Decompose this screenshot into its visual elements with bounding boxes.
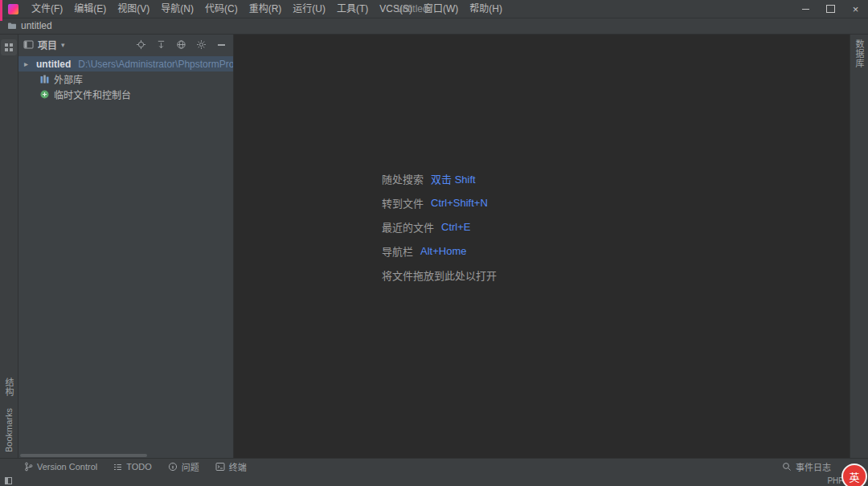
hint-label: 随处搜索 bbox=[382, 171, 424, 186]
menu-tools[interactable]: 工具(T) bbox=[331, 0, 374, 18]
phpstorm-window: 文件(F) 编辑(E) 视图(V) 导航(N) 代码(C) 重构(R) 运行(U… bbox=[0, 0, 868, 486]
maximize-icon bbox=[826, 5, 835, 13]
tool-window-toggle-icon[interactable] bbox=[5, 477, 12, 484]
hint-label: 导航栏 bbox=[382, 243, 413, 259]
chevron-down-icon: ▾ bbox=[61, 41, 65, 49]
maximize-button[interactable] bbox=[818, 0, 843, 18]
project-root-name: untitled bbox=[36, 59, 71, 70]
project-tree: ▸ untitled D:\Users\Administrator\Phpsto… bbox=[18, 56, 233, 102]
gear-icon bbox=[196, 39, 207, 50]
hint-keys: Ctrl+E bbox=[441, 221, 470, 233]
version-control-button[interactable]: Version Control bbox=[24, 462, 97, 472]
window-controls: × bbox=[793, 0, 868, 18]
hint-keys: Ctrl+Shift+N bbox=[431, 197, 488, 209]
phpstorm-logo-icon bbox=[8, 4, 18, 14]
terminal-button[interactable]: 终端 bbox=[215, 460, 247, 473]
project-folder-icon bbox=[7, 21, 17, 31]
menu-refactor[interactable]: 重构(R) bbox=[244, 0, 288, 18]
version-control-label: Version Control bbox=[37, 462, 97, 472]
menu-edit[interactable]: 编辑(E) bbox=[68, 0, 112, 18]
project-tool-window-button[interactable] bbox=[1, 39, 17, 55]
minus-icon bbox=[218, 44, 225, 46]
tool-window-icon bbox=[23, 39, 34, 50]
hint-goto-file: 转到文件 Ctrl+Shift+N bbox=[382, 190, 497, 214]
status-bar: PHP bbox=[0, 475, 868, 486]
todo-list-icon bbox=[113, 463, 122, 472]
minimize-icon bbox=[802, 9, 809, 10]
breadcrumb-root-label: untitled bbox=[21, 20, 52, 31]
collapse-all-button[interactable] bbox=[155, 39, 166, 51]
external-libraries-label: 外部库 bbox=[54, 72, 83, 86]
tool-window-bar-left: Version Control TODO 问题 终 bbox=[0, 460, 247, 473]
tree-row-project-root[interactable]: ▸ untitled D:\Users\Administrator\Phpsto… bbox=[18, 56, 233, 71]
event-log-label: 事件日志 bbox=[796, 460, 831, 473]
hint-label: 转到文件 bbox=[382, 195, 424, 210]
event-log-button[interactable]: 事件日志 bbox=[782, 460, 831, 473]
todo-label: TODO bbox=[126, 462, 152, 472]
menu-navigate[interactable]: 导航(N) bbox=[155, 0, 199, 18]
hint-navigation-bar: 导航栏 Alt+Home bbox=[382, 239, 497, 263]
menu-help[interactable]: 帮助(H) bbox=[464, 0, 508, 18]
hide-panel-button[interactable] bbox=[215, 39, 227, 51]
bookmarks-tool-window-button[interactable]: Bookmarks bbox=[4, 408, 14, 452]
hint-search-everywhere: 随处搜索 双击 Shift bbox=[382, 166, 497, 190]
problems-icon bbox=[168, 462, 178, 472]
close-button[interactable]: × bbox=[843, 0, 868, 18]
project-panel-title: 项目 bbox=[38, 38, 57, 51]
scratches-label: 临时文件和控制台 bbox=[54, 88, 131, 101]
terminal-icon bbox=[215, 462, 225, 472]
left-tool-stripe: 结构 Bookmarks bbox=[0, 35, 18, 459]
settings-button[interactable] bbox=[195, 39, 207, 51]
menu-bar: 文件(F) 编辑(E) 视图(V) 导航(N) 代码(C) 重构(R) 运行(U… bbox=[26, 0, 508, 18]
minimize-button[interactable] bbox=[793, 0, 818, 18]
ime-indicator-label: 英 bbox=[849, 469, 859, 484]
library-icon bbox=[39, 74, 50, 84]
collapse-all-icon bbox=[156, 39, 166, 50]
left-edge-accent bbox=[0, 0, 2, 21]
right-tool-stripe: 数据库 bbox=[850, 35, 868, 459]
todo-button[interactable]: TODO bbox=[113, 462, 152, 472]
database-tool-window-button[interactable]: 数据库 bbox=[853, 39, 866, 68]
hint-drop-files: 将文件拖放到此处以打开 bbox=[382, 263, 497, 287]
hint-label: 最近的文件 bbox=[382, 219, 434, 235]
menu-run[interactable]: 运行(U) bbox=[287, 0, 331, 18]
project-view-selector[interactable]: 项目 ▾ bbox=[23, 38, 65, 51]
menu-file[interactable]: 文件(F) bbox=[26, 0, 68, 18]
locate-file-button[interactable] bbox=[135, 39, 146, 51]
tree-row-external-libraries[interactable]: 外部库 bbox=[18, 71, 233, 87]
project-root-path: D:\Users\Administrator\PhpstormProjects\… bbox=[78, 59, 233, 70]
project-panel: 项目 ▾ bbox=[18, 35, 234, 459]
hint-label: 将文件拖放到此处以打开 bbox=[382, 268, 497, 283]
problems-button[interactable]: 问题 bbox=[168, 460, 199, 473]
project-grid-icon bbox=[4, 43, 14, 52]
menu-view[interactable]: 视图(V) bbox=[112, 0, 155, 18]
project-panel-toolbar bbox=[135, 39, 227, 51]
structure-tool-window-button[interactable]: 结构 bbox=[2, 378, 15, 397]
window-title: untitled bbox=[397, 0, 428, 18]
hint-keys: Alt+Home bbox=[420, 245, 466, 257]
scroll-from-source-button[interactable] bbox=[175, 39, 186, 51]
event-log-icon bbox=[782, 462, 792, 472]
title-bar: 文件(F) 编辑(E) 视图(V) 导航(N) 代码(C) 重构(R) 运行(U… bbox=[0, 0, 868, 18]
branch-icon bbox=[24, 462, 33, 472]
scratches-icon bbox=[39, 89, 50, 100]
menu-code[interactable]: 代码(C) bbox=[199, 0, 244, 18]
tree-row-scratches[interactable]: 临时文件和控制台 bbox=[18, 87, 233, 102]
tool-window-bar: Version Control TODO 问题 终 bbox=[0, 458, 868, 475]
hint-recent-files: 最近的文件 Ctrl+E bbox=[382, 214, 497, 239]
project-panel-header: 项目 ▾ bbox=[18, 35, 233, 55]
shortcut-hints: 随处搜索 双击 Shift 转到文件 Ctrl+Shift+N 最近的文件 Ct… bbox=[382, 166, 497, 287]
chevron-right-icon[interactable]: ▸ bbox=[24, 59, 28, 68]
close-icon: × bbox=[853, 3, 859, 15]
breadcrumb[interactable]: untitled bbox=[7, 20, 52, 31]
problems-label: 问题 bbox=[182, 460, 199, 473]
terminal-label: 终端 bbox=[229, 460, 247, 473]
globe-icon bbox=[176, 39, 186, 50]
navigation-bar: untitled bbox=[0, 18, 868, 35]
ime-indicator-badge[interactable]: 英 bbox=[841, 464, 867, 486]
horizontal-scrollbar[interactable] bbox=[20, 454, 147, 457]
locate-icon bbox=[136, 39, 146, 50]
editor-area: 随处搜索 双击 Shift 转到文件 Ctrl+Shift+N 最近的文件 Ct… bbox=[234, 35, 850, 459]
hint-keys: 双击 Shift bbox=[431, 171, 476, 186]
